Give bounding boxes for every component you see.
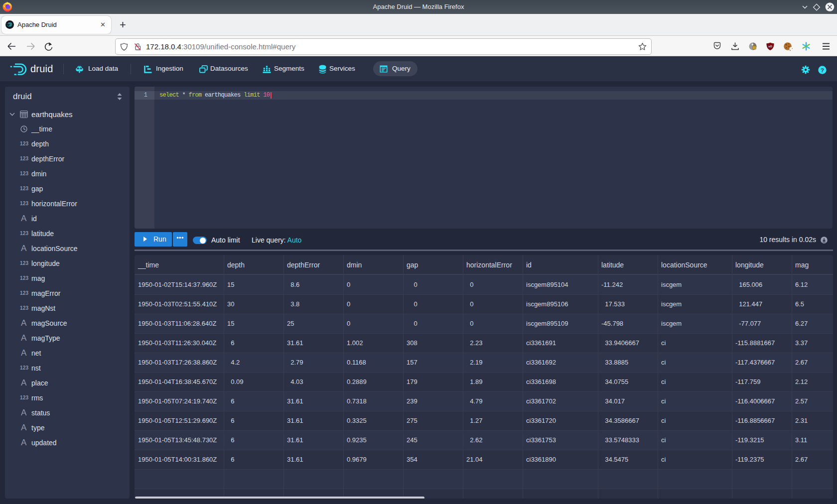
svg-text:uO: uO bbox=[768, 45, 772, 48]
svg-text:?: ? bbox=[821, 67, 824, 73]
